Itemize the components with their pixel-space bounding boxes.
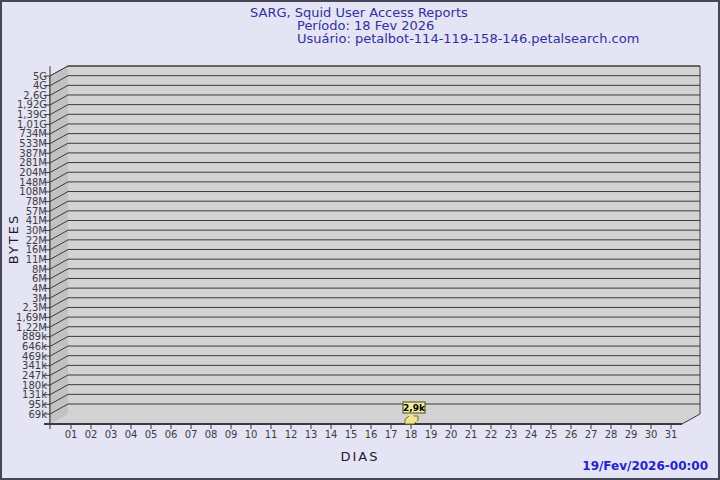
x-tick-label: 06 (165, 429, 178, 440)
x-tick-label: 30 (645, 429, 658, 440)
x-tick-label: 02 (85, 429, 98, 440)
x-tick-label: 08 (205, 429, 218, 440)
x-tick-label: 16 (365, 429, 378, 440)
x-tick-label: 31 (665, 429, 678, 440)
x-tick-label: 12 (285, 429, 298, 440)
x-tick-label: 01 (65, 429, 78, 440)
x-tick-label: 14 (325, 429, 338, 440)
x-tick-label: 07 (185, 429, 198, 440)
x-tick-label: 19 (425, 429, 438, 440)
x-tick-label: 13 (305, 429, 318, 440)
y-axis-title: BYTES (6, 214, 21, 265)
x-tick-label: 20 (445, 429, 458, 440)
sarg-chart: SARG, Squid User Access Reports Período:… (2, 2, 718, 478)
x-tick-label: 05 (145, 429, 158, 440)
value-annotation-label: 2,9k (403, 403, 426, 413)
x-tick-label: 11 (265, 429, 278, 440)
x-tick-label: 09 (225, 429, 238, 440)
y-tick-label: 69k (28, 409, 47, 420)
x-tick-label: 15 (345, 429, 358, 440)
x-tick-label: 28 (605, 429, 618, 440)
x-tick-label: 23 (505, 429, 518, 440)
x-tick-label: 22 (485, 429, 498, 440)
x-tick-label: 10 (245, 429, 258, 440)
x-tick-label: 25 (545, 429, 558, 440)
chart-timestamp: 19/Fev/2026-00:00 (582, 459, 708, 473)
x-tick-label: 27 (585, 429, 598, 440)
x-tick-label: 04 (125, 429, 138, 440)
x-axis-title: DIAS (341, 449, 380, 464)
plot-area (50, 66, 700, 424)
x-tick-label: 29 (625, 429, 638, 440)
x-tick-label: 21 (465, 429, 478, 440)
chart-user: Usuário: petalbot-114-119-158-146.petals… (297, 31, 639, 46)
report-image-frame: SARG, Squid User Access Reports Período:… (0, 0, 720, 480)
x-tick-label: 18 (405, 429, 418, 440)
x-tick-label: 24 (525, 429, 538, 440)
x-tick-label: 17 (385, 429, 398, 440)
x-axis-labels: 0102030405060708091011121314151617181920… (65, 429, 678, 440)
x-tick-label: 26 (565, 429, 578, 440)
x-tick-label: 03 (105, 429, 118, 440)
